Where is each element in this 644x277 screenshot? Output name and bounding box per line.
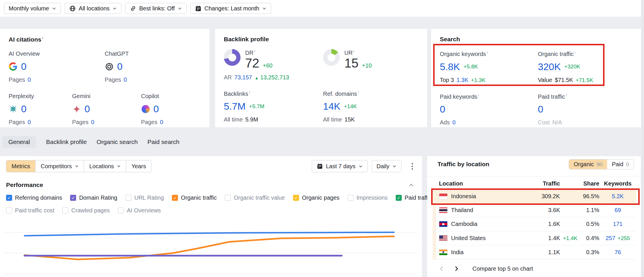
chevron-down-icon xyxy=(52,6,56,11)
ai-citations-title-text: AI citations xyxy=(9,36,41,43)
metric-checkbox-organic-traffic[interactable]: ✓Organic traffic xyxy=(172,194,217,201)
organic-traffic-value-link[interactable]: 320K xyxy=(538,61,561,72)
paid-keywords-value-link[interactable]: 0 xyxy=(440,104,445,115)
segment-competitors[interactable]: Competitors xyxy=(35,160,84,172)
changes-dropdown[interactable]: Changes: Last month xyxy=(190,3,271,14)
info-icon[interactable]: i xyxy=(358,90,359,94)
info-icon[interactable]: i xyxy=(354,49,354,53)
tab-general[interactable]: General xyxy=(2,136,36,148)
chevron-left-icon[interactable] xyxy=(439,266,444,272)
chevron-down-icon xyxy=(358,164,363,169)
ur-donut-chart xyxy=(323,49,340,66)
metric-checkbox-domain-rating[interactable]: ✓Domain Rating xyxy=(70,194,117,201)
calendar-icon xyxy=(317,163,323,169)
tab-paid-search[interactable]: Paid search xyxy=(147,138,179,145)
info-icon[interactable]: i xyxy=(487,50,488,55)
segment-years[interactable]: Years xyxy=(126,160,151,172)
column-keywords[interactable]: Keywords xyxy=(599,180,636,187)
granularity-label: Daily xyxy=(377,163,389,170)
date-range-dropdown[interactable]: Last 7 days xyxy=(312,160,367,172)
scrollbar-gutter[interactable] xyxy=(641,0,644,277)
keywords-link[interactable]: 5.2K xyxy=(612,193,624,199)
backlinks-label: Backlinks xyxy=(224,90,248,97)
metric-checkbox-organic-traffic-value[interactable]: Organic traffic value xyxy=(225,194,285,201)
performance-line-chart[interactable] xyxy=(4,221,417,277)
ads-value-link[interactable]: 0 xyxy=(452,119,455,126)
performance-card: Metrics Competitors Locations Years Last… xyxy=(0,156,422,277)
organic-keywords-value-link[interactable]: 5.8K xyxy=(440,61,460,72)
info-icon[interactable]: i xyxy=(254,49,255,53)
chevron-down-icon xyxy=(178,6,182,11)
table-row-united-states[interactable]: United States 1.4K +1.4K 0.4% 257+255 xyxy=(433,231,636,246)
dr-value: 72 xyxy=(245,57,259,70)
keywords-link[interactable]: 76 xyxy=(615,249,621,255)
metric-checkbox-paid-traffic-cost[interactable]: Paid traffic cost xyxy=(6,207,54,214)
table-row-india[interactable]: India 1.1K 0.3% 76 xyxy=(433,245,636,259)
share-value: 96.5% xyxy=(583,193,599,200)
metric-checkbox-paid-traffic[interactable]: ✓Paid traffic xyxy=(396,194,432,201)
table-row-thailand[interactable]: Thailand 3.6K 1.1% 69 xyxy=(433,203,636,218)
top3-value-link[interactable]: 1.3K xyxy=(457,77,468,83)
pages-value-link[interactable]: 0 xyxy=(28,119,31,126)
info-icon[interactable]: i xyxy=(478,93,479,97)
pages-value-link[interactable]: 0 xyxy=(124,76,127,83)
keywords-link[interactable]: 171 xyxy=(613,221,622,227)
metric-checkbox-organic-pages[interactable]: ✓Organic pages xyxy=(293,194,339,201)
tab-organic-search[interactable]: Organic search xyxy=(97,138,138,145)
ref-domains-metric: Ref. domainsi 14K+14K All time15K xyxy=(323,90,418,123)
pages-value-link[interactable]: 0 xyxy=(91,119,94,126)
chevron-up-icon[interactable] xyxy=(408,183,414,187)
organic-keywords-label: Organic keywords xyxy=(440,51,486,57)
backlink-profile-card: Backlink profile DRi 72 +60 URi 15 xyxy=(215,29,427,127)
keywords-link[interactable]: 69 xyxy=(615,207,621,213)
toggle-organic[interactable]: Organic90 xyxy=(569,160,607,169)
tab-backlink-profile[interactable]: Backlink profile xyxy=(46,138,87,145)
alltime-value: 5.9M xyxy=(245,116,258,123)
paid-traffic-value-link[interactable]: 0 xyxy=(538,104,543,115)
pages-value-link[interactable]: 0 xyxy=(28,76,31,83)
segment-metrics[interactable]: Metrics xyxy=(6,160,35,172)
ref-domains-value-link[interactable]: 14K xyxy=(323,101,341,112)
organic-traffic-metric: Organic traffici 320K+320K Value$71.5K+7… xyxy=(538,50,632,83)
backlinks-value-link[interactable]: 5.7M xyxy=(224,101,246,112)
metric-checkbox-referring-domains[interactable]: ✓Referring domains xyxy=(6,194,62,201)
monthly-volume-dropdown[interactable]: Monthly volume xyxy=(4,3,61,14)
metric-checkbox-impressions[interactable]: Impressions xyxy=(348,194,388,201)
column-traffic[interactable]: Traffic xyxy=(520,180,560,187)
info-icon[interactable]: i xyxy=(566,93,567,97)
ref-domains-change: +14K xyxy=(344,103,357,110)
toggle-paid[interactable]: Paid0 xyxy=(607,160,634,169)
compare-top5-link[interactable]: Compare top 5 on chart xyxy=(472,265,533,272)
pages-label: Pages xyxy=(9,119,25,126)
metric-checkbox-ai-overviews[interactable]: AI Overviews xyxy=(118,207,161,214)
organic-keywords-change: +5.8K xyxy=(463,63,478,70)
chart-series-referring-domains xyxy=(25,232,394,236)
metric-checkbox-crawled-pages[interactable]: Crawled pages xyxy=(62,207,110,214)
ar-value-link[interactable]: 73,157 xyxy=(234,74,252,81)
best-links-dropdown[interactable]: Best links: Off xyxy=(125,3,187,14)
segment-locations[interactable]: Locations xyxy=(84,160,126,172)
metric-label: Organic traffic xyxy=(181,194,217,201)
column-share[interactable]: Share xyxy=(583,180,599,187)
table-row-indonesia[interactable]: Indonesia 309.2K 96.5% 5.2K xyxy=(433,189,636,203)
metric-checkbox-url-rating[interactable]: URL Rating xyxy=(125,194,164,201)
traffic-change: +1.4K xyxy=(560,235,583,242)
keywords-link[interactable]: 257 xyxy=(606,235,615,241)
info-icon[interactable]: i xyxy=(574,50,575,55)
checkbox-checked: ✓ xyxy=(70,195,76,201)
metric-label: Referring domains xyxy=(15,194,62,201)
chevron-right-icon[interactable] xyxy=(454,266,459,272)
locations-dropdown[interactable]: All locations xyxy=(65,3,121,14)
table-row-cambodia[interactable]: Cambodia 1.6K 0.5% 171 xyxy=(433,217,636,231)
location-table-body: Indonesia 309.2K 96.5% 5.2K Thailand 3.6… xyxy=(433,189,636,259)
granularity-dropdown[interactable]: Daily xyxy=(372,160,401,172)
chart-mode-segmented-control: Metrics Competitors Locations Years xyxy=(6,160,151,172)
info-icon[interactable]: i xyxy=(42,36,43,40)
pages-value-link[interactable]: 0 xyxy=(160,119,163,126)
table-pager: Compare top 5 on chart xyxy=(433,261,636,276)
more-options-kebab-menu[interactable] xyxy=(408,163,416,170)
column-location[interactable]: Location xyxy=(439,180,520,187)
info-icon[interactable]: i xyxy=(249,90,250,94)
share-value: 0.4% xyxy=(583,235,599,242)
checkbox-checked: ✓ xyxy=(293,195,299,201)
